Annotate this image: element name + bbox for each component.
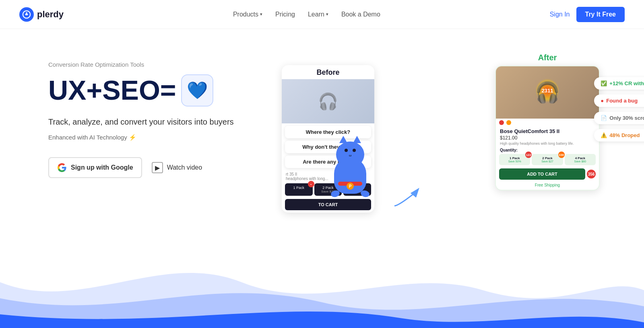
nav-pricing[interactable]: Pricing xyxy=(275,11,295,18)
before-label: Before xyxy=(282,65,374,79)
cat-ear-left xyxy=(339,136,347,143)
hero-illustration: Before Where they click? Why don't they … xyxy=(266,53,612,254)
learn-chevron-icon: ▾ xyxy=(326,12,328,17)
bug-icon: ● xyxy=(601,98,604,104)
badge-scroll: 📄 Only 30% scroll on xyxy=(594,112,644,124)
hero-buttons: Sign up with Google ▶ Watch video xyxy=(48,157,266,178)
badge-cr-popup: ✅ +12% CR with Popup xyxy=(594,77,644,90)
nav-book-demo[interactable]: Book a Demo xyxy=(341,11,380,18)
after-qty-2: 330 2 Pack Save $27 xyxy=(532,154,563,165)
after-product-desc: High quality headphones with long batter… xyxy=(496,141,599,148)
after-shipping: Free Shipping xyxy=(496,183,599,190)
nav-learn[interactable]: Learn ▾ xyxy=(308,11,328,18)
after-qty-label: Quantity: xyxy=(496,148,599,152)
after-qty-1: 122 1 Pack Save 50% xyxy=(499,154,530,165)
signin-link[interactable]: Sign In xyxy=(550,11,570,18)
lightning-icon: ⚡ xyxy=(129,134,136,141)
logo-text: plerdy xyxy=(37,9,64,20)
qty-1pack: • 1 Pack xyxy=(285,183,313,196)
try-free-button[interactable]: Try It Free xyxy=(576,7,625,22)
after-label: After xyxy=(495,53,600,62)
hero-title: UX+SEO= 💙 xyxy=(48,74,266,107)
cat-head: ω xyxy=(336,141,364,168)
google-signup-button[interactable]: Sign up with Google xyxy=(48,157,142,178)
after-qty-4: 4 Pack Save $80 xyxy=(565,154,596,165)
cat-eye-right xyxy=(353,149,356,152)
scroll-icon: 📄 xyxy=(601,115,607,121)
hero-subtitle: Conversion Rate Optimization Tools xyxy=(48,61,266,68)
nav-products[interactable]: Products ▾ xyxy=(233,11,262,18)
cat-badge: P xyxy=(347,182,354,190)
qty-badge-1: • xyxy=(308,181,314,187)
qty1-badge: 122 xyxy=(525,152,532,158)
hero-ai-text: Enhanced with AI Technology ⚡ xyxy=(48,134,266,141)
hero-section: Conversion Rate Optimization Tools UX+SE… xyxy=(0,29,644,254)
google-icon xyxy=(57,163,67,172)
heatmap-dot: 2311 xyxy=(535,78,559,102)
after-cart-row: ADD TO CART 356 xyxy=(496,167,599,183)
side-badges: ✅ +12% CR with Popup ● Found a bug 📄 Onl… xyxy=(594,77,644,141)
products-chevron-icon: ▾ xyxy=(260,12,262,17)
navbar: plerdy Products ▾ Pricing Learn ▾ Book a… xyxy=(0,0,644,29)
logo-link[interactable]: plerdy xyxy=(19,7,64,22)
nav-links: Products ▾ Pricing Learn ▾ Book a Demo xyxy=(233,11,380,18)
after-cart-badge: 356 xyxy=(587,170,596,178)
badge-dropped: ⚠️ 48% Droped xyxy=(594,129,644,141)
hero-description: Track, analyze, and convert your visitor… xyxy=(48,116,266,127)
svg-point-1 xyxy=(26,12,27,14)
after-product-name: Bose QuietComfort 35 II xyxy=(496,125,599,135)
check-icon: ✅ xyxy=(601,80,607,86)
play-icon: ▶ xyxy=(152,162,163,173)
warning-icon: ⚠️ xyxy=(601,132,607,138)
cat-paw-right xyxy=(360,189,370,198)
cat-paw-left xyxy=(330,189,340,198)
badge-found-bug: ● Found a bug xyxy=(594,94,644,107)
arrow-icon xyxy=(390,186,423,210)
cat-nose: ω xyxy=(349,154,351,157)
cat-mascot: ω P xyxy=(330,158,370,210)
cat-body: ω P xyxy=(334,158,366,194)
after-qty-row: 122 1 Pack Save 50% 330 2 Pack Save $27 … xyxy=(496,152,599,167)
after-cart-button: ADD TO CART xyxy=(499,168,585,180)
hero-left: Conversion Rate Optimization Tools UX+SE… xyxy=(48,53,266,178)
after-panel: After 2311 Bose QuietComfort 35 II $121.… xyxy=(495,53,600,191)
wave-svg xyxy=(0,250,644,328)
logo-icon xyxy=(19,7,34,22)
watch-video-button[interactable]: ▶ Watch video xyxy=(152,162,202,173)
cat-ear-right xyxy=(353,136,361,143)
nav-actions: Sign In Try It Free xyxy=(550,7,625,22)
cat-eye-left xyxy=(345,149,348,152)
before-image xyxy=(282,79,374,123)
after-image: 2311 xyxy=(496,66,599,119)
wave-section xyxy=(0,250,644,328)
hero-heart-icon: 💙 xyxy=(181,74,213,107)
cat-eyes xyxy=(345,149,356,152)
after-product-price: $121.00 xyxy=(496,135,599,141)
after-card: 2311 Bose QuietComfort 35 II $121.00 Hig… xyxy=(495,66,600,191)
qty2-badge: 330 xyxy=(558,152,565,158)
